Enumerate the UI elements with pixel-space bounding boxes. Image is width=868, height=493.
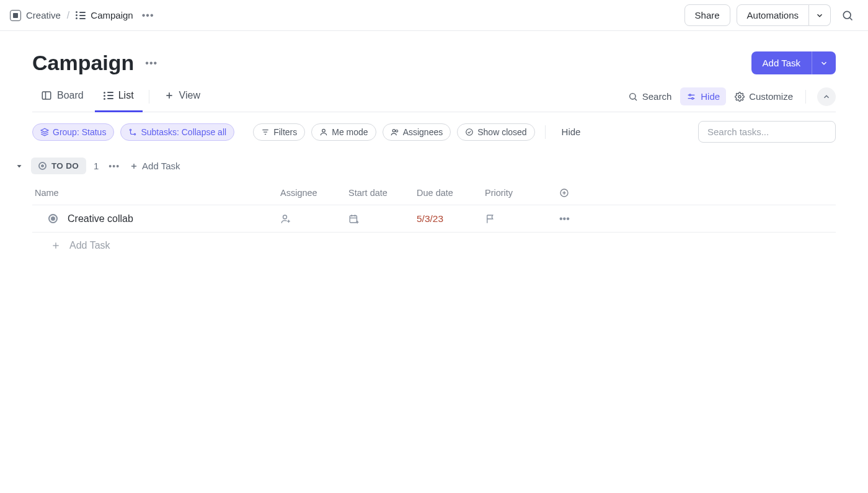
check-circle-icon: [465, 128, 474, 136]
list-icon: [76, 11, 86, 19]
col-priority[interactable]: Priority: [485, 188, 559, 198]
status-dot-icon: [38, 162, 46, 170]
status-label: TO DO: [51, 161, 79, 171]
svg-point-11: [692, 97, 694, 99]
cell-assignee[interactable]: [280, 213, 348, 224]
plus-icon: [51, 241, 61, 251]
share-button[interactable]: Share: [684, 4, 730, 26]
breadcrumb-current[interactable]: Campaign: [76, 10, 133, 20]
group-add-task[interactable]: Add Task: [130, 161, 180, 171]
chip-group-label: Group: Status: [53, 127, 106, 137]
table-row[interactable]: Creative collab 5/3/23 •••: [32, 205, 836, 233]
flag-icon: [485, 213, 496, 224]
breadcrumb-parent-label: Creative: [26, 10, 61, 20]
tab-separator: [149, 90, 149, 104]
tab-list-label: List: [118, 90, 134, 101]
tab-board[interactable]: Board: [32, 81, 92, 112]
task-name: Creative collab: [68, 213, 133, 224]
svg-point-21: [396, 130, 398, 132]
svg-point-10: [689, 94, 691, 96]
chevron-down-icon: [815, 11, 824, 20]
task-status-icon[interactable]: [48, 214, 58, 223]
automations-button[interactable]: Automations: [737, 4, 809, 26]
breadcrumb-current-label: Campaign: [91, 10, 133, 20]
group-collapse-toggle[interactable]: [15, 162, 24, 171]
svg-point-19: [322, 129, 326, 132]
page-title: Campaign: [32, 51, 134, 75]
breadcrumb-more-icon[interactable]: •••: [140, 7, 157, 24]
people-icon: [391, 128, 399, 136]
group-count: 1: [94, 161, 99, 171]
svg-point-22: [466, 128, 473, 135]
svg-rect-32: [350, 215, 356, 222]
folder-icon: [10, 10, 21, 21]
automations-label: Automations: [747, 10, 799, 20]
search-tasks-input[interactable]: [698, 121, 836, 143]
add-task-group: Add Task: [751, 51, 836, 74]
global-search-button[interactable]: [837, 5, 858, 26]
tool-hide-label: Hide: [701, 91, 720, 102]
collapse-toolbar-button[interactable]: [817, 87, 836, 106]
col-name[interactable]: Name: [32, 188, 280, 198]
chip-me-label: Me mode: [332, 127, 368, 137]
col-start-date[interactable]: Start date: [348, 188, 417, 198]
plus-icon: [130, 162, 138, 171]
add-task-row-label: Add Task: [69, 240, 110, 251]
list-icon: [104, 92, 113, 100]
assign-person-icon: [280, 213, 291, 224]
svg-line-7: [635, 99, 637, 100]
tool-customize[interactable]: Customize: [728, 87, 799, 105]
page-more-icon[interactable]: •••: [143, 55, 160, 71]
tools-separator: [805, 90, 806, 104]
svg-point-29: [283, 215, 287, 219]
svg-point-12: [738, 95, 741, 98]
svg-point-15: [135, 133, 136, 135]
chip-filters-label: Filters: [273, 127, 297, 137]
chip-subtasks[interactable]: Subtasks: Collapse all: [120, 123, 234, 141]
layers-icon: [40, 128, 49, 136]
svg-point-14: [130, 129, 131, 130]
add-task-dropdown-button[interactable]: [812, 51, 836, 74]
breadcrumb-parent[interactable]: Creative: [10, 10, 61, 21]
search-icon: [628, 92, 638, 102]
chip-group[interactable]: Group: Status: [32, 123, 114, 141]
subtasks-icon: [128, 128, 137, 136]
group-more-icon[interactable]: •••: [106, 159, 122, 174]
plus-icon: [164, 91, 174, 100]
col-due-date[interactable]: Due date: [417, 188, 485, 198]
tab-list[interactable]: List: [95, 81, 143, 112]
tool-hide[interactable]: Hide: [680, 87, 726, 105]
row-more-icon[interactable]: •••: [559, 213, 596, 224]
tab-view-label: View: [179, 90, 200, 101]
plus-circle-icon: [559, 188, 569, 198]
svg-line-1: [850, 17, 852, 20]
add-task-label: Add Task: [763, 58, 800, 68]
add-task-row[interactable]: Add Task: [32, 233, 836, 259]
tab-add-view[interactable]: View: [156, 81, 209, 112]
sliders-icon: [686, 92, 696, 102]
tool-search-label: Search: [642, 91, 672, 102]
chip-subtasks-label: Subtasks: Collapse all: [141, 127, 226, 137]
chip-filters[interactable]: Filters: [253, 123, 305, 141]
chip-me-mode[interactable]: Me mode: [311, 123, 376, 141]
add-task-button[interactable]: Add Task: [751, 51, 812, 74]
svg-rect-2: [42, 92, 51, 99]
status-pill[interactable]: TO DO: [31, 158, 86, 174]
automations-dropdown-button[interactable]: [809, 4, 831, 26]
hide-link[interactable]: Hide: [556, 127, 587, 137]
tab-board-label: Board: [57, 90, 84, 101]
cell-due-date[interactable]: 5/3/23: [417, 213, 485, 224]
cell-start-date[interactable]: [348, 213, 417, 224]
col-add[interactable]: [559, 188, 596, 198]
chip-show-closed[interactable]: Show closed: [457, 123, 534, 141]
search-icon: [841, 9, 854, 22]
chip-assignees[interactable]: Assignees: [383, 123, 451, 141]
tool-search[interactable]: Search: [622, 87, 678, 105]
cell-priority[interactable]: [485, 213, 559, 224]
breadcrumb-separator: /: [67, 10, 69, 21]
col-assignee[interactable]: Assignee: [280, 188, 348, 198]
chip-show-closed-label: Show closed: [477, 127, 526, 137]
share-label: Share: [695, 10, 720, 20]
chevron-down-icon: [820, 59, 828, 68]
svg-point-20: [392, 129, 395, 131]
